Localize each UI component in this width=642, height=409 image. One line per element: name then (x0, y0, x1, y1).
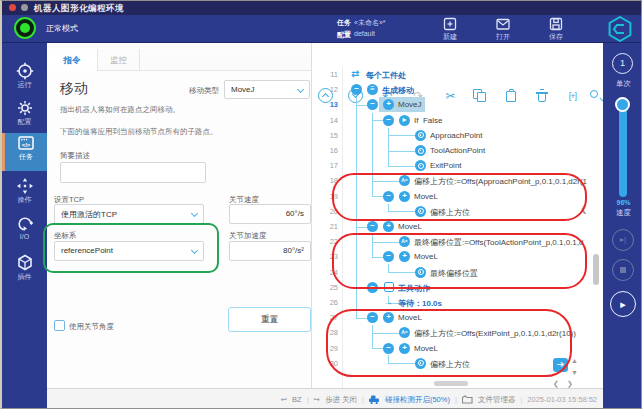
collapse-icon[interactable]: − (367, 312, 378, 323)
new-button[interactable]: 新建 (430, 16, 470, 42)
use-joint-angle-checkbox[interactable] (54, 320, 65, 331)
joint-accel-input[interactable]: 80°/s² (229, 241, 311, 261)
minimize-window-icon[interactable] (21, 4, 28, 11)
tree-node-label[interactable]: 偏移上方位:=Offs(ExitPoint_p,0.1,0.1,d2r(10)) (414, 328, 576, 339)
tree-node-label[interactable]: 最终偏移位置 (430, 268, 478, 279)
jump-to-node-icon[interactable]: ➔ (553, 358, 568, 372)
tree-line-number: 29 (312, 344, 338, 353)
cut-icon[interactable]: ✂ (442, 88, 459, 105)
reset-button[interactable]: 重置 (228, 307, 311, 332)
step-mode-label[interactable]: 步进 关闭 (325, 395, 357, 405)
scroll-down-icon[interactable]: ▼ (571, 369, 578, 376)
assign-icon: A= (399, 175, 410, 186)
tree-node-label[interactable]: 生成移动 (382, 85, 414, 96)
save-button[interactable]: 保存 (536, 16, 576, 42)
delete-icon[interactable] (534, 88, 551, 105)
tree-node-label[interactable]: ApproachPoint (430, 131, 482, 140)
vertical-scrollbar[interactable] (593, 254, 599, 285)
sidebar-item-config[interactable]: 配置 (2, 98, 47, 134)
tree-node-label[interactable]: ToolActionPoint (430, 146, 485, 155)
sidebar-item-task[interactable]: </>任务 (2, 133, 47, 171)
insert-icon[interactable]: [+] (564, 88, 581, 105)
sidebar-item-run[interactable]: 运行 (2, 61, 47, 97)
io-icon (16, 215, 34, 233)
tree-connector (388, 264, 389, 272)
tcp-select[interactable]: 使用激活的TCP (54, 204, 204, 224)
tree-node-label[interactable]: 工具动作 (398, 283, 430, 294)
tree-line-number: 23 (312, 252, 338, 261)
scroll-right-icon[interactable]: ❯ (567, 380, 573, 388)
speed-label: 速度 (603, 208, 642, 218)
move-icon: + (399, 191, 410, 202)
tree-node-label[interactable]: If False (414, 116, 442, 125)
tree-connector (356, 105, 367, 106)
collapse-icon[interactable]: − (383, 191, 394, 202)
title-bar: 机器人图形化编程环境 (2, 1, 641, 15)
tree-node-label[interactable]: MoveJ (398, 100, 422, 109)
status-bar: ↩ BZ | ↪ 步进 关闭 | 碰撞检测开启(50%) | 文件管理器 | 2… (47, 388, 603, 409)
run-icon (16, 62, 34, 80)
sidebar-item-operate[interactable]: 操作 (2, 176, 47, 212)
tree-node-label[interactable]: MoveL (414, 192, 438, 201)
tab-bar: 指令 监控 (47, 49, 311, 71)
sidebar-item-io[interactable]: I/O (2, 214, 47, 250)
collapse-icon[interactable]: − (383, 115, 394, 126)
sidebar-item-plugin[interactable]: 插件 (2, 253, 47, 289)
paste-icon[interactable] (503, 88, 520, 105)
tree-node-label[interactable]: 等待：10.0s (398, 298, 442, 309)
tree-node-label[interactable]: 最终偏移位置:=Offs(ToolActionPoint_p,0.1,0.1,d (414, 237, 583, 248)
horizontal-scrollbar[interactable] (434, 381, 468, 386)
frame-select[interactable]: referencePoint (54, 241, 204, 261)
speed-slider[interactable] (619, 101, 627, 197)
open-icon (495, 16, 511, 32)
chevron-down-icon (191, 210, 198, 217)
tree-node-label[interactable]: 偏移上方位 (430, 359, 470, 370)
tree-line-number: 18 (312, 176, 338, 185)
description-line-1: 指出机器人将如何在路点之间移动。 (60, 105, 180, 115)
brief-input[interactable] (60, 162, 206, 183)
tree-node-label[interactable]: MoveL (414, 344, 438, 353)
collapse-icon[interactable]: − (367, 282, 378, 293)
play-button[interactable]: ▸ (610, 291, 636, 317)
tree-connector (372, 257, 383, 258)
tree-node-label[interactable]: 每个工件处 (366, 70, 406, 81)
tree-line-number: 13 (312, 100, 338, 109)
tree-node-label[interactable]: ExitPoint (430, 161, 462, 170)
collision-status[interactable]: 碰撞检测开启(50%) (385, 395, 450, 405)
tree-node-label[interactable]: 偏移上方位 (430, 207, 470, 218)
search-icon[interactable] (588, 88, 603, 105)
tree-connector (356, 287, 367, 288)
collapse-icon[interactable]: − (367, 221, 378, 232)
move-type-label: 移动类型 (189, 86, 219, 96)
collapse-panel-icon[interactable]: ❮ (580, 204, 588, 214)
scroll-up-icon[interactable]: ▲ (571, 357, 578, 364)
tree-line-number: 15 (312, 131, 338, 140)
move-type-select[interactable]: MoveJ (224, 80, 310, 99)
scroll-left-icon[interactable]: ❮ (553, 380, 559, 388)
sidebar-item-label: 任务 (19, 153, 33, 160)
speed-slider-knob[interactable] (615, 97, 630, 112)
tree-node-label[interactable]: MoveL (414, 252, 438, 261)
file-manager-label[interactable]: 文件管理器 (478, 395, 516, 405)
copy-icon[interactable] (472, 88, 489, 105)
collapse-icon[interactable]: − (367, 99, 378, 110)
tab-instruction[interactable]: 指令 (47, 49, 98, 71)
tree-line-number: 24 (312, 268, 338, 277)
tree-connector (388, 272, 415, 273)
tree-connector (388, 151, 415, 152)
tree-node-label[interactable]: MoveL (398, 313, 422, 322)
close-window-icon[interactable] (9, 4, 16, 11)
open-button[interactable]: 打开 (483, 16, 523, 42)
tree-node-label[interactable]: 偏移上方位:=Offs(ApproachPoint_p,0.1,0.1,d2r(… (414, 176, 587, 187)
waypoint-icon (415, 145, 426, 156)
tab-monitor[interactable]: 监控 (98, 49, 140, 71)
config-label: 配置 (337, 30, 351, 40)
collapse-icon[interactable]: − (383, 343, 394, 354)
collapse-icon[interactable]: − (383, 251, 394, 262)
single-run-icon[interactable]: 1 (612, 53, 633, 74)
joint-speed-input[interactable]: 60°/s (229, 204, 311, 224)
stop-button[interactable] (612, 259, 634, 281)
step-button[interactable]: ▸| (612, 229, 634, 251)
tree-node-label[interactable]: MoveL (398, 222, 422, 231)
svg-text:</>: </> (22, 142, 31, 148)
